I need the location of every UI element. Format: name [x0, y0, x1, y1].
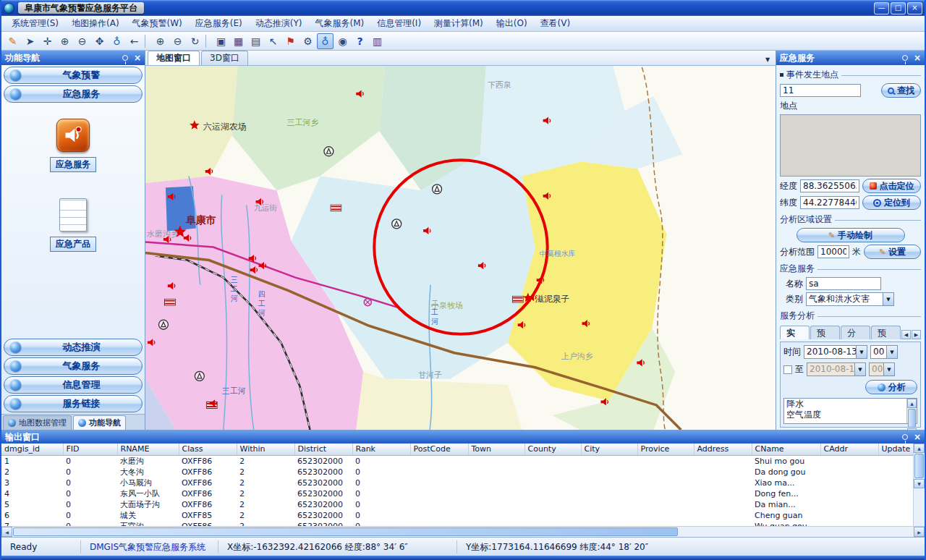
output-vertical-scrollbar[interactable]: ▲ ▼: [913, 444, 925, 526]
element-list-item[interactable]: 空气温度: [784, 410, 906, 420]
table-row[interactable]: 60城关OXFF8526523020000Cheng guan: [1, 510, 913, 521]
nav-bottom-tab[interactable]: 地图数据管理: [3, 415, 72, 430]
menu-item[interactable]: 应急服务(E): [190, 16, 248, 31]
column-header[interactable]: District: [294, 444, 352, 455]
close-icon[interactable]: ×: [134, 54, 141, 62]
column-header[interactable]: dmgis_id: [1, 444, 63, 455]
refresh-icon[interactable]: ↻: [187, 33, 203, 49]
chevron-down-icon[interactable]: ▼: [856, 346, 867, 358]
latitude-input[interactable]: [800, 196, 859, 209]
menu-item[interactable]: 查看(V): [535, 16, 577, 31]
flag-marker[interactable]: [164, 299, 175, 305]
flag-marker[interactable]: [512, 296, 523, 302]
menu-item[interactable]: 输出(O): [490, 16, 533, 31]
scroll-down-icon[interactable]: ▼: [914, 479, 925, 488]
tab-list-dropdown-icon[interactable]: ▼: [762, 54, 773, 65]
nav-accordion-button[interactable]: 信息管理: [4, 376, 143, 394]
menu-item[interactable]: 动态推演(Y): [250, 16, 308, 31]
hour-select[interactable]: 00 ▼: [870, 345, 898, 359]
column-header[interactable]: City: [581, 444, 637, 455]
close-button[interactable]: ×: [907, 2, 922, 14]
column-header[interactable]: Update: [878, 444, 913, 455]
click-locate-button[interactable]: 点击定位: [862, 179, 921, 193]
table-row[interactable]: 70五官沟OXFF8626523020000Wu guan gou: [1, 521, 913, 527]
map-view-tab[interactable]: 地图窗口: [148, 51, 200, 65]
column-header[interactable]: Within: [237, 444, 294, 455]
list-scrollbar[interactable]: ▲ ▼: [906, 399, 917, 423]
full-extent-icon[interactable]: ♁: [109, 33, 125, 49]
menu-item[interactable]: 气象预警(W): [127, 16, 188, 31]
nav-accordion-button[interactable]: 气象服务: [4, 357, 143, 375]
table-row[interactable]: 20大冬沟OXFF8626523020000Da dong gou: [1, 467, 913, 478]
chevron-down-icon[interactable]: ▼: [883, 363, 894, 376]
fixed-zoom-in-icon[interactable]: ⊕: [152, 33, 169, 49]
date-select[interactable]: 2010-08-13 ▼: [804, 345, 867, 359]
pointer-icon[interactable]: ↖: [265, 33, 281, 49]
nav-accordion-button[interactable]: 气象预警: [4, 67, 143, 84]
edit-pencil-icon[interactable]: ✎: [4, 33, 21, 49]
column-header[interactable]: CAddr: [820, 444, 878, 455]
end-date-select[interactable]: 2010-08-13 ▼: [807, 362, 866, 376]
search-button[interactable]: 查找: [881, 83, 921, 98]
tab-scroll-right-icon[interactable]: ▶: [912, 330, 921, 339]
analyze-button[interactable]: 分析: [865, 380, 917, 394]
scroll-right-icon[interactable]: ▶: [914, 527, 925, 537]
zoom-in-icon[interactable]: ⊕: [56, 33, 73, 49]
flag-marker[interactable]: [331, 205, 341, 211]
toolbar-separator[interactable]: [145, 35, 150, 48]
menu-item[interactable]: 信息管理(I): [371, 16, 427, 31]
end-hour-select[interactable]: 00 ▼: [869, 362, 895, 376]
pin-icon[interactable]: [902, 55, 908, 61]
active-globe-icon[interactable]: ♁: [317, 33, 334, 49]
fixed-zoom-out-icon[interactable]: ⊖: [169, 33, 186, 49]
table-row[interactable]: 50大面场子沟OXFF8626523020000Da mian...: [1, 499, 913, 510]
close-icon[interactable]: ×: [914, 54, 921, 62]
settings-gear-icon[interactable]: ⚙: [300, 33, 316, 49]
nav-bottom-tab[interactable]: 功能导航: [73, 415, 126, 430]
chevron-down-icon[interactable]: ▼: [854, 363, 865, 376]
menu-item[interactable]: 测量计算(M): [428, 16, 489, 31]
element-list-item[interactable]: 降水: [784, 399, 906, 410]
chevron-down-icon[interactable]: ▼: [883, 293, 893, 305]
nav-accordion-button[interactable]: 服务链接: [4, 395, 143, 412]
place-list[interactable]: [780, 114, 921, 177]
export-image-icon[interactable]: ▥: [369, 33, 386, 49]
column-header[interactable]: County: [524, 444, 581, 455]
pan-hand-icon[interactable]: ✥: [91, 33, 108, 49]
restore-button[interactable]: □: [891, 2, 906, 14]
map-canvas[interactable]: 六运湖农场三工河乡下西泉九运街阜康市水磨沟乡中葛根水库滋泥泉子小泉牧场上户沟乡三…: [145, 66, 776, 430]
to-checkbox[interactable]: [783, 365, 792, 374]
help-icon[interactable]: ?: [352, 33, 368, 49]
locate-to-button[interactable]: 定位到: [862, 195, 921, 210]
longitude-input[interactable]: [800, 179, 859, 192]
service-analysis-tab[interactable]: 预报: [810, 326, 840, 339]
scroll-up-icon[interactable]: ▲: [907, 399, 917, 408]
service-analysis-tab[interactable]: 预案: [871, 326, 901, 339]
table-row[interactable]: 10水磨沟OXFF8626523020000Shui mo gou: [1, 455, 913, 467]
menu-item[interactable]: 地图操作(A): [66, 16, 125, 31]
column-header[interactable]: PostCode: [410, 444, 468, 455]
manual-draw-button[interactable]: ✎手动绘制: [797, 228, 905, 242]
column-header[interactable]: CName: [752, 444, 820, 455]
tab-scroll-left-icon[interactable]: ◀: [901, 330, 911, 339]
nav-item-emergency-product[interactable]: 应急产品: [50, 198, 96, 252]
select-arrow-icon[interactable]: ➤: [22, 33, 38, 49]
nav-accordion-button[interactable]: 应急服务: [4, 85, 143, 103]
location-search-input[interactable]: [780, 84, 861, 97]
eye-icon[interactable]: ◉: [334, 33, 351, 49]
station-marker[interactable]: [433, 184, 442, 194]
column-header[interactable]: RNAME: [117, 444, 179, 455]
table-row[interactable]: 40东风一小队OXFF8626523020000Dong fen...: [1, 488, 913, 499]
service-type-select[interactable]: 气象和洪水灾害 ▼: [806, 292, 894, 306]
minimize-button[interactable]: —: [874, 2, 889, 14]
pin-icon[interactable]: [122, 55, 128, 61]
service-name-input[interactable]: [806, 277, 881, 290]
pin-icon[interactable]: [902, 434, 908, 440]
range-set-button[interactable]: ✎设置: [864, 245, 921, 259]
column-header[interactable]: Rank: [352, 444, 410, 455]
service-analysis-tab[interactable]: 分析: [841, 326, 870, 339]
station-marker[interactable]: [324, 147, 334, 156]
previous-extent-icon[interactable]: ←: [126, 33, 143, 49]
menu-item[interactable]: 系统管理(S): [6, 16, 64, 31]
station-marker[interactable]: [392, 219, 402, 229]
